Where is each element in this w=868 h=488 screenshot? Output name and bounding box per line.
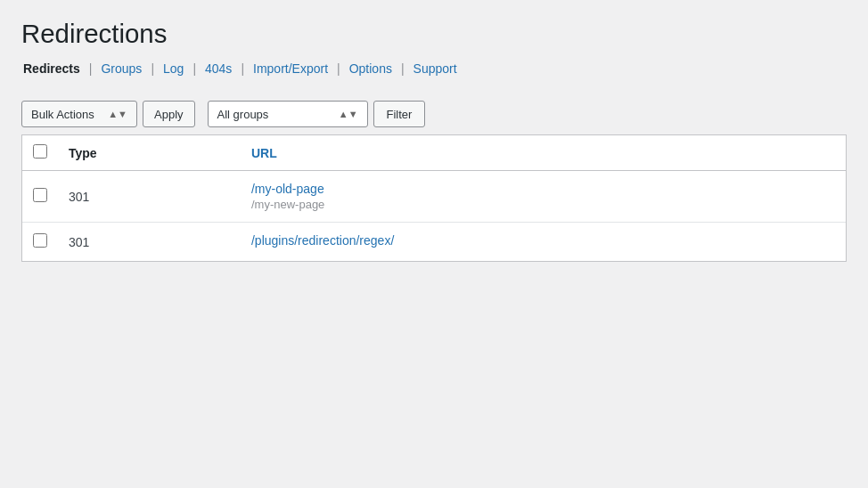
primary-url[interactable]: /my-old-page — [251, 182, 835, 196]
col-header-type: Type — [58, 135, 241, 171]
select-all-checkbox[interactable] — [33, 144, 47, 159]
apply-button[interactable]: Apply — [143, 101, 195, 127]
page-title: Redirections — [21, 18, 847, 49]
nav-tab-groups[interactable]: Groups — [99, 61, 143, 76]
table-header-row: Type URL — [22, 135, 846, 171]
row-checkbox[interactable] — [33, 188, 47, 202]
row-checkbox-wrap[interactable] — [33, 188, 47, 202]
nav-separator-4: | — [241, 61, 244, 76]
groups-label: All groups — [217, 108, 269, 121]
page-wrapper: Redirections Redirects | Groups | Log | … — [0, 0, 868, 488]
nav-separator-2: | — [151, 61, 154, 76]
nav-tab-support[interactable]: Support — [412, 61, 459, 76]
primary-url[interactable]: /plugins/redirection/regex/ — [251, 233, 835, 248]
row-type: 301 — [58, 223, 241, 262]
secondary-url: /my-new-page — [251, 198, 835, 211]
groups-chevrons-icon: ▲▼ — [339, 109, 358, 119]
nav-tab-import-export[interactable]: Import/Export — [251, 61, 330, 76]
nav-tab-redirects[interactable]: Redirects — [21, 61, 82, 76]
toolbar: Bulk Actions ▲▼ Apply All groups ▲▼ Filt… — [21, 94, 847, 134]
row-checkbox[interactable] — [33, 233, 47, 248]
table-row: 301/my-old-page/my-new-page — [22, 171, 846, 223]
row-checkbox-cell — [22, 171, 58, 223]
bulk-actions-label: Bulk Actions — [31, 108, 94, 121]
redirects-table-container: Type URL 301/my-old-page/my-new-page301/… — [21, 134, 847, 262]
redirects-table: Type URL 301/my-old-page/my-new-page301/… — [22, 135, 846, 261]
col-header-checkbox — [22, 135, 58, 171]
nav-tabs: Redirects | Groups | Log | 404s | Import… — [21, 61, 847, 76]
nav-separator-6: | — [401, 61, 405, 76]
bulk-actions-chevrons-icon: ▲▼ — [108, 109, 127, 119]
table-body: 301/my-old-page/my-new-page301/plugins/r… — [22, 171, 846, 262]
row-url: /my-old-page/my-new-page — [241, 171, 846, 223]
col-header-url: URL — [241, 135, 846, 171]
bulk-actions-dropdown[interactable]: Bulk Actions ▲▼ — [21, 101, 137, 127]
nav-tab-log[interactable]: Log — [161, 61, 185, 76]
nav-tab-options[interactable]: Options — [348, 61, 394, 76]
nav-separator-5: | — [337, 61, 340, 76]
nav-separator-3: | — [192, 61, 196, 76]
row-type: 301 — [58, 171, 241, 223]
filter-button[interactable]: Filter — [373, 101, 426, 127]
row-checkbox-wrap[interactable] — [33, 233, 47, 248]
row-checkbox-cell — [22, 223, 58, 262]
nav-separator-1: | — [89, 61, 93, 76]
row-url: /plugins/redirection/regex/ — [241, 223, 846, 262]
groups-dropdown[interactable]: All groups ▲▼ — [208, 101, 368, 127]
table-row: 301/plugins/redirection/regex/ — [22, 223, 846, 262]
select-all-checkbox-wrap[interactable] — [33, 144, 47, 159]
nav-tab-404s[interactable]: 404s — [203, 61, 233, 76]
